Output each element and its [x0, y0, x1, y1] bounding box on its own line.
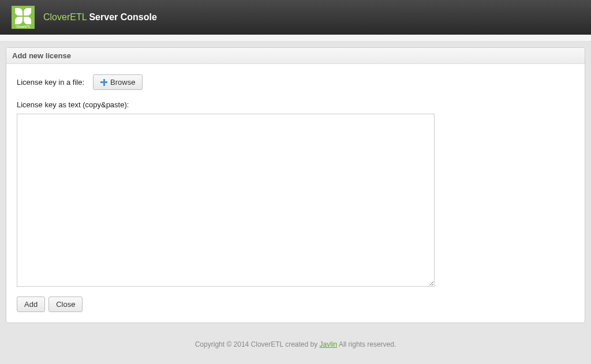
- subheader-bar: [0, 35, 591, 42]
- panel-title: Add new license: [6, 48, 585, 64]
- footer-prefix: Copyright © 2014 CloverETL created by: [195, 340, 320, 348]
- footer-suffix: All rights reserved.: [337, 340, 396, 348]
- license-textarea[interactable]: [17, 114, 435, 287]
- browse-button-label: Browse: [110, 78, 135, 87]
- logo: CloverETL: [12, 6, 35, 29]
- footer-link[interactable]: Javlin: [320, 340, 338, 348]
- footer: Copyright © 2014 CloverETL created by Ja…: [0, 329, 591, 360]
- license-panel: Add new license License key in a file: B…: [6, 47, 585, 323]
- logo-text: CloverETL: [16, 25, 31, 28]
- app-header: CloverETL CloverETL Server Console: [0, 0, 591, 35]
- text-label: License key as text (copy&paste):: [17, 100, 574, 109]
- plus-icon: [100, 79, 107, 86]
- browse-button[interactable]: Browse: [93, 74, 143, 90]
- file-label: License key in a file:: [17, 78, 84, 87]
- app-title-brand: CloverETL: [43, 12, 87, 22]
- add-button[interactable]: Add: [17, 297, 45, 312]
- app-title-rest: Server Console: [89, 12, 156, 22]
- close-button[interactable]: Close: [48, 297, 83, 312]
- clover-icon: [15, 8, 31, 24]
- app-title: CloverETL Server Console: [43, 12, 157, 22]
